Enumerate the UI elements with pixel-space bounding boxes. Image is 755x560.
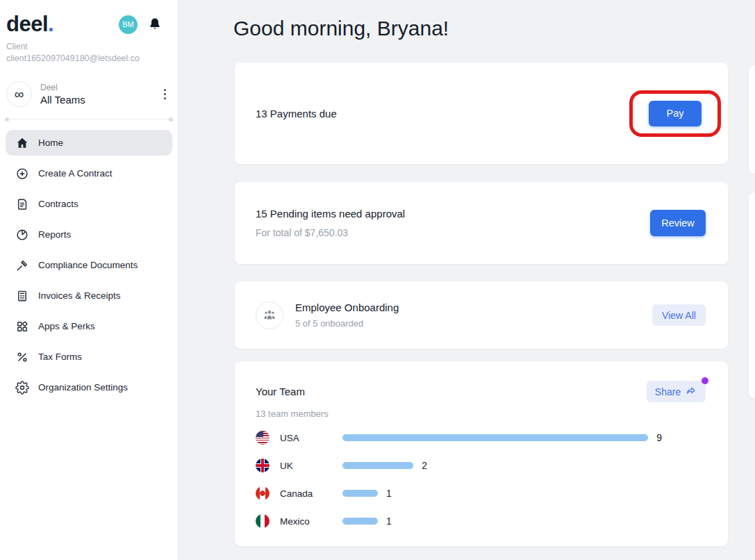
plus-circle-icon xyxy=(15,167,29,181)
partial-card-right-top xyxy=(749,66,755,174)
your-team-card: Your Team Share 13 team members USA9UK2C… xyxy=(235,361,728,546)
sidebar-item-invoices-receipts[interactable]: Invoices & Receipts xyxy=(6,283,172,308)
usa-flag-icon xyxy=(256,431,269,445)
partial-card-right-bottom xyxy=(749,192,755,398)
review-button[interactable]: Review xyxy=(650,210,706,236)
gear-icon xyxy=(15,381,29,395)
sidebar-nav: HomeCreate A ContractContractsReportsCom… xyxy=(0,130,178,400)
sidebar-item-label: Home xyxy=(38,138,63,148)
country-label: Canada xyxy=(280,488,342,499)
sidebar-item-label: Reports xyxy=(38,229,71,240)
client-email: client1652097049180@letsdeel.co xyxy=(6,53,171,63)
view-all-button[interactable]: View All xyxy=(652,304,706,326)
share-button[interactable]: Share xyxy=(647,381,706,402)
canada-flag-icon xyxy=(256,486,269,500)
pie-chart-icon xyxy=(15,228,29,242)
sidebar-item-label: Contracts xyxy=(38,199,78,209)
team-row: UK2 xyxy=(256,452,706,479)
deel-logo-dot: . xyxy=(48,12,53,36)
country-label: Mexico xyxy=(280,516,342,527)
pending-approval-title: 15 Pending items need approval xyxy=(256,208,405,220)
pay-button[interactable]: Pay xyxy=(649,101,702,126)
gavel-icon xyxy=(15,258,29,272)
sidebar-item-create-a-contract[interactable]: Create A Contract xyxy=(6,160,172,186)
team-bar xyxy=(342,462,413,469)
team-row: Mexico1 xyxy=(256,507,706,535)
team-members-count: 13 team members xyxy=(256,409,706,419)
team-row: Canada1 xyxy=(256,479,706,507)
team-bar xyxy=(342,518,378,525)
team-selector[interactable]: ∞ Deel All Teams xyxy=(6,81,172,107)
uk-flag-icon xyxy=(256,459,269,472)
apps-grid-icon xyxy=(15,320,29,333)
avatar[interactable]: BM xyxy=(119,15,138,34)
sidebar-item-label: Create A Contract xyxy=(38,168,113,179)
sidebar-header: deel. BM Client client1652097049180@lets… xyxy=(0,0,178,63)
team-bar xyxy=(342,490,378,497)
pending-approval-card: 15 Pending items need approval For total… xyxy=(235,182,728,264)
employee-onboarding-card: Employee Onboarding 5 of 5 onboarded Vie… xyxy=(235,281,728,349)
contract-icon xyxy=(15,197,29,211)
sidebar-item-tax-forms[interactable]: Tax Forms xyxy=(6,344,172,370)
team-label: All Teams xyxy=(40,94,158,106)
sidebar-item-label: Organization Settings xyxy=(38,382,128,393)
team-bar-value: 1 xyxy=(386,488,392,499)
org-label: Deel xyxy=(40,83,158,92)
deel-logo[interactable]: deel. xyxy=(6,14,53,35)
mexico-flag-icon xyxy=(256,514,269,528)
onboarding-subtitle: 5 of 5 onboarded xyxy=(295,318,652,329)
sidebar-item-apps-perks[interactable]: Apps & Perks xyxy=(6,313,172,339)
team-bar-value: 9 xyxy=(656,432,662,443)
infinity-icon: ∞ xyxy=(6,81,32,107)
percent-icon xyxy=(15,350,29,364)
home-icon xyxy=(15,136,29,150)
sidebar: deel. BM Client client1652097049180@lets… xyxy=(0,0,179,560)
sidebar-item-label: Apps & Perks xyxy=(38,321,95,331)
main-content: Good morning, Bryana! 13 Payments due Pa… xyxy=(179,0,755,560)
sidebar-item-contracts[interactable]: Contracts xyxy=(6,191,172,217)
share-arrow-icon xyxy=(686,385,697,399)
sidebar-item-reports[interactable]: Reports xyxy=(6,222,172,247)
client-role-label: Client xyxy=(6,42,171,51)
team-bar-value: 2 xyxy=(422,460,427,471)
team-bar-value: 1 xyxy=(386,516,392,527)
team-bar xyxy=(342,434,648,441)
sidebar-item-home[interactable]: Home xyxy=(6,130,172,156)
your-team-title: Your Team xyxy=(256,386,305,397)
onboarding-title: Employee Onboarding xyxy=(295,302,652,313)
payments-due-card: 13 Payments due Pay xyxy=(235,63,728,164)
team-chart: USA9UK2Canada1Mexico1 xyxy=(256,424,706,535)
country-label: USA xyxy=(280,433,342,443)
sidebar-item-label: Invoices & Receipts xyxy=(38,290,121,301)
share-button-label: Share xyxy=(655,386,681,397)
kebab-menu-icon[interactable] xyxy=(158,86,172,102)
team-row: USA9 xyxy=(256,424,706,452)
team-people-icon xyxy=(256,302,283,329)
sidebar-item-label: Tax Forms xyxy=(38,352,82,362)
sidebar-item-label: Compliance Documents xyxy=(38,260,138,270)
page-title: Good morning, Bryana! xyxy=(233,15,755,42)
deel-logo-text: deel xyxy=(6,12,48,36)
sidebar-divider xyxy=(6,119,172,120)
deel-dashboard: deel. BM Client client1652097049180@lets… xyxy=(0,0,755,560)
payments-due-title: 13 Payments due xyxy=(256,108,337,120)
notification-dot xyxy=(702,377,708,384)
receipt-icon xyxy=(15,289,29,303)
sidebar-item-compliance-documents[interactable]: Compliance Documents xyxy=(6,252,172,278)
country-label: UK xyxy=(280,461,342,471)
bell-icon[interactable] xyxy=(147,16,163,33)
sidebar-item-organization-settings[interactable]: Organization Settings xyxy=(6,374,172,400)
pending-approval-subtitle: For total of $7,650.03 xyxy=(256,227,405,238)
